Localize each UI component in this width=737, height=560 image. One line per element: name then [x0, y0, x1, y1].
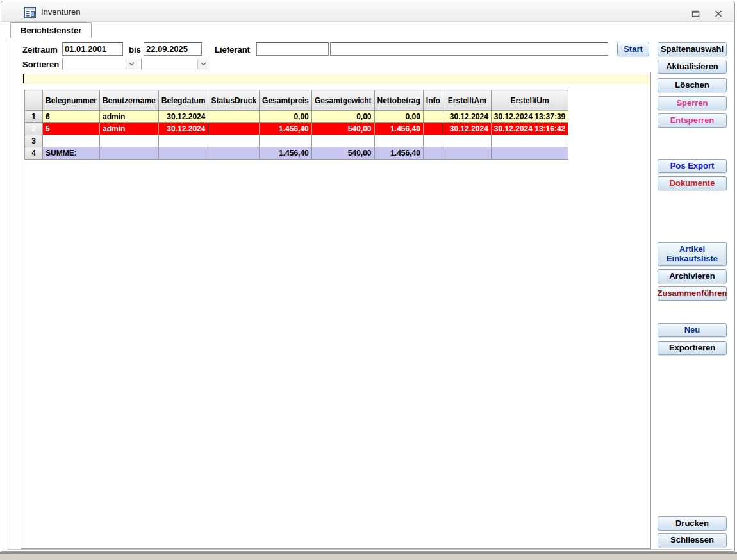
grid-cell[interactable]: admin: [100, 111, 159, 123]
table-row: 16admin30.12.20240,000,000,0030.12.20243…: [25, 111, 568, 123]
grid-cell[interactable]: 0,00: [260, 111, 312, 123]
grid-cell[interactable]: 30.12.2024: [443, 123, 491, 135]
zusammenfuehren-button[interactable]: Zusammenführen: [658, 286, 727, 301]
pos-export-button[interactable]: Pos Export: [658, 159, 727, 173]
grid-cell[interactable]: [208, 135, 260, 147]
close-icon[interactable]: [711, 8, 725, 19]
sortieren-select-1[interactable]: [62, 58, 138, 70]
grid-cell[interactable]: admin: [100, 123, 159, 135]
inventuren-window: Inventuren Berichtsfenster Zeitraum bis …: [1, 1, 735, 552]
dokumente-button[interactable]: Dokumente: [658, 176, 727, 190]
grid-cell[interactable]: [100, 147, 159, 160]
grid-cell[interactable]: 5: [43, 123, 100, 135]
grid-cell[interactable]: 1.456,40: [374, 147, 423, 160]
chevron-down-icon[interactable]: [126, 59, 137, 69]
grid-cell[interactable]: 30.12.2024 13:16:42: [491, 123, 568, 135]
sortieren-select-2[interactable]: [141, 58, 210, 70]
grid-cell[interactable]: 0,00: [374, 111, 423, 123]
grid-cell[interactable]: [158, 147, 208, 160]
schliessen-button[interactable]: Schliessen: [658, 533, 727, 547]
grid-cell[interactable]: 30.12.2024: [158, 111, 208, 123]
grid-cell[interactable]: [374, 135, 423, 147]
lieferant-label: Lieferant: [215, 45, 250, 54]
column-header[interactable]: Benutzername: [100, 90, 159, 111]
grid-cell[interactable]: [443, 135, 491, 147]
grid-cell[interactable]: 30.12.2024: [443, 111, 491, 123]
column-header[interactable]: Nettobetrag: [374, 90, 423, 111]
grid-cell[interactable]: 0,00: [311, 111, 374, 123]
table-row: 4SUMME:1.456,40540,001.456,40: [25, 147, 568, 160]
zeitraum-bis-field[interactable]: [144, 42, 202, 56]
row-number[interactable]: 1: [25, 111, 43, 123]
grid-cell[interactable]: 1.456,40: [374, 123, 423, 135]
grid-corner-cell[interactable]: [25, 90, 43, 111]
grid-cell[interactable]: [260, 135, 312, 147]
lieferant-nr-field[interactable]: [256, 42, 329, 56]
start-button[interactable]: Start: [617, 42, 649, 56]
grid-cell[interactable]: 30.12.2024 13:37:39: [491, 111, 568, 123]
tab-berichtsfenster[interactable]: Berichtsfenster: [10, 22, 92, 38]
grid-cell[interactable]: [423, 147, 443, 160]
sperren-button[interactable]: Sperren: [658, 96, 727, 110]
bis-label: bis: [129, 45, 141, 54]
grid-cell[interactable]: [158, 135, 208, 147]
zeitraum-label: Zeitraum: [22, 45, 58, 54]
grid-cell[interactable]: 30.12.2024: [158, 123, 208, 135]
column-header[interactable]: Gesamtgewicht: [311, 90, 374, 111]
grid-cell[interactable]: [423, 135, 443, 147]
restore-window-icon[interactable]: [688, 8, 702, 19]
quick-filter-input[interactable]: [22, 74, 650, 84]
table-row: 3: [25, 135, 568, 147]
lieferant-name-field[interactable]: [330, 42, 608, 56]
grid-cell[interactable]: [208, 123, 260, 135]
column-header[interactable]: Belegnummer: [43, 90, 100, 111]
loeschen-button[interactable]: Löschen: [658, 78, 727, 92]
column-header[interactable]: Info: [423, 90, 443, 111]
spaltenauswahl-button[interactable]: Spaltenauswahl: [658, 42, 727, 56]
column-header[interactable]: ErstelltAm: [443, 90, 491, 111]
drucken-button[interactable]: Drucken: [658, 516, 727, 531]
row-number[interactable]: 4: [25, 147, 43, 160]
grid-cell[interactable]: [491, 135, 568, 147]
exportieren-button[interactable]: Exportieren: [658, 341, 727, 355]
text-caret: [23, 74, 24, 83]
row-number[interactable]: 3: [25, 135, 43, 147]
tabstrip: Berichtsfenster: [8, 22, 731, 38]
sortieren-label: Sortieren: [22, 60, 59, 69]
window-title: Inventuren: [41, 7, 80, 17]
titlebar: Inventuren: [1, 1, 734, 22]
grid-cell[interactable]: [43, 135, 100, 147]
grid-cell[interactable]: [423, 123, 443, 135]
grid-cell[interactable]: [311, 135, 374, 147]
table-row: 25admin30.12.20241.456,40540,001.456,403…: [25, 123, 568, 135]
column-header[interactable]: Belegdatum: [158, 90, 208, 111]
column-header[interactable]: StatusDruck: [208, 90, 260, 111]
neu-button[interactable]: Neu: [658, 323, 727, 337]
zeitraum-von-field[interactable]: [62, 42, 123, 56]
results-grid: BelegnummerBenutzernameBelegdatumStatusD…: [24, 90, 568, 160]
entsperren-button[interactable]: Entsperren: [658, 113, 727, 128]
grid-cell[interactable]: [100, 135, 159, 147]
form-window-icon: [24, 7, 36, 18]
chevron-down-icon[interactable]: [197, 59, 209, 69]
grid-cell[interactable]: [443, 147, 491, 160]
grid-cell[interactable]: 540,00: [311, 147, 374, 160]
aktualisieren-button[interactable]: Aktualisieren: [658, 60, 727, 74]
artikel-einkaufsliste-button[interactable]: Artikel Einkaufsliste: [658, 242, 727, 266]
grid-cell[interactable]: 1.456,40: [260, 147, 312, 160]
grid-cell[interactable]: 1.456,40: [260, 123, 312, 135]
window-bottom-frame: [0, 552, 737, 560]
grid-cell[interactable]: [491, 147, 568, 160]
report-panel: BelegnummerBenutzernameBelegdatumStatusD…: [21, 72, 651, 549]
grid-cell[interactable]: [423, 111, 443, 123]
column-header[interactable]: ErstelltUm: [491, 90, 568, 111]
archivieren-button[interactable]: Archivieren: [658, 269, 727, 283]
grid-cell[interactable]: [208, 147, 260, 160]
grid-cell[interactable]: SUMME:: [43, 147, 100, 160]
column-header[interactable]: Gesamtpreis: [260, 90, 312, 111]
grid-cell[interactable]: 6: [43, 111, 100, 123]
grid-cell[interactable]: [208, 111, 260, 123]
row-number[interactable]: 2: [25, 123, 43, 135]
grid-cell[interactable]: 540,00: [311, 123, 374, 135]
